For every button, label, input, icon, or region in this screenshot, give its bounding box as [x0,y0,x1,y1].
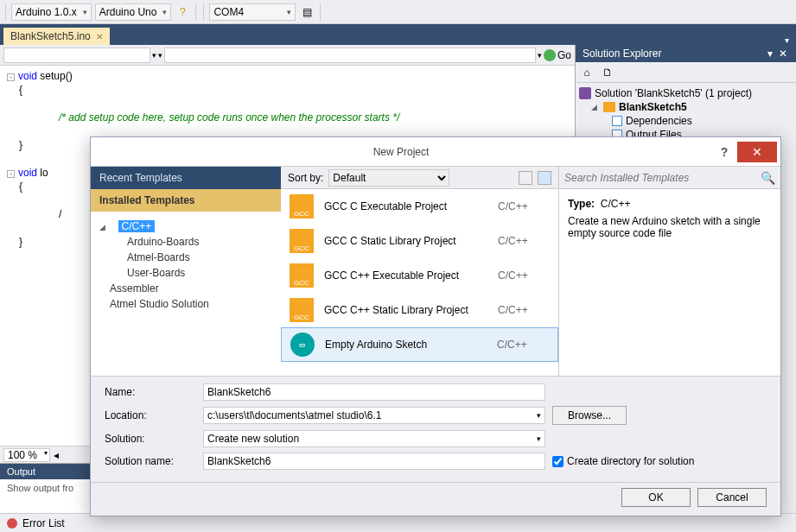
chevron-down-icon[interactable]: ▾ [158,51,162,60]
tab-overflow-icon[interactable]: ▾ [778,35,796,45]
go-button[interactable]: Go [544,49,571,61]
dialog-title: New Project [91,146,711,158]
template-item[interactable]: GCC GCC C Executable Project C/C++ [281,189,558,224]
solution-dropdown[interactable]: Create new solution [203,430,545,447]
serial-icon[interactable]: ▤ [299,4,315,20]
template-item[interactable]: GCC GCC C Static Library Project C/C++ [281,224,558,258]
scope-dropdown[interactable] [3,48,150,63]
help-icon[interactable]: ? [175,4,190,20]
document-tabbar: BlankSketch5.ino ✕ ▾ [0,24,796,45]
folder-icon [603,102,615,112]
category-arduino-boards[interactable]: Arduino-Boards [99,234,272,250]
category-atmel-solution[interactable]: Atmel Studio Solution [99,296,272,312]
project-name-input[interactable] [203,383,545,401]
ok-button[interactable]: OK [621,488,691,507]
error-list-tab[interactable]: Error List [22,517,65,529]
solution-label: Solution: [105,433,196,445]
browse-button[interactable]: Browse... [552,406,627,425]
new-project-dialog: New Project ? ✕ Recent Templates Install… [90,136,781,516]
chevron-down-icon[interactable]: ▾ [152,51,156,60]
chevron-down-icon[interactable]: ▾ [538,51,542,60]
solution-explorer-title: Solution Explorer ▾ ✕ [576,45,796,62]
refresh-icon[interactable]: 🗋 [600,65,615,80]
recent-templates-header[interactable]: Recent Templates [91,167,281,189]
gcc-icon: GCC [290,298,314,322]
zoom-dropdown[interactable]: 100 % [3,448,50,462]
template-item[interactable]: GCC GCC C++ Executable Project C/C++ [281,258,558,293]
location-dropdown[interactable]: c:\users\tl\documents\atmel studio\6.1 [203,407,545,424]
installed-templates-header[interactable]: Installed Templates [91,189,281,212]
template-item-selected[interactable]: ∞ Empty Arduino Sketch C/C++ [281,327,558,362]
category-cpp[interactable]: ◢ C/C++ [99,218,272,234]
solution-name-label: Solution name: [105,455,196,467]
home-icon[interactable]: ⌂ [579,65,595,80]
file-icon [612,116,622,126]
cancel-button[interactable]: Cancel [697,488,767,507]
category-atmel-boards[interactable]: Atmel-Boards [99,250,272,265]
close-icon[interactable]: ✕ [96,32,103,41]
category-user-boards[interactable]: User-Boards [99,265,272,281]
scroll-left-icon[interactable]: ◂ [54,449,59,461]
search-icon[interactable]: 🔍 [761,171,775,185]
arduino-icon: ∞ [290,332,315,357]
gcc-icon: GCC [290,229,314,253]
gcc-icon: GCC [290,194,314,218]
tab-label: BlankSketch5.ino [10,30,91,42]
search-templates-input[interactable] [564,172,761,184]
name-label: Name: [105,386,196,398]
member-dropdown[interactable] [164,48,536,63]
board-dropdown[interactable]: Arduino Uno [95,3,172,21]
port-dropdown[interactable]: COM4 [209,3,296,21]
gcc-icon: GCC [290,263,314,288]
create-directory-checkbox[interactable]: Create directory for solution [552,455,694,467]
solution-icon [579,87,591,99]
template-list: GCC GCC C Executable Project C/C++ GCC G… [281,189,558,376]
location-label: Location: [105,409,196,421]
template-category-panel: Recent Templates Installed Templates ◢ C… [91,167,281,376]
category-assembler[interactable]: Assembler [99,281,272,296]
tab-blanksketch5[interactable]: BlankSketch5.ino ✕ [3,28,110,45]
arduino-version-dropdown[interactable]: Arduino 1.0.x [11,3,92,21]
editor-nav-bar: ▾ ▾ ▾ Go [0,45,575,66]
error-icon [7,518,17,529]
template-description: Type: C/C++ Create a new Arduino sketch … [559,189,780,248]
dialog-close-button[interactable]: ✕ [737,142,777,162]
sort-by-label: Sort by: [288,172,323,184]
template-item[interactable]: GCC GCC C++ Static Library Project C/C++ [281,293,558,327]
solution-explorer-toolbar: ⌂ 🗋 [576,62,796,83]
dialog-help-icon[interactable]: ? [711,145,737,159]
sort-by-dropdown[interactable]: Default [328,169,449,187]
solution-name-input[interactable] [203,453,545,470]
view-large-icon[interactable] [538,171,551,185]
main-toolbar: Arduino 1.0.x Arduino Uno ? COM4 ▤ [0,0,796,24]
view-small-icon[interactable] [519,171,532,185]
